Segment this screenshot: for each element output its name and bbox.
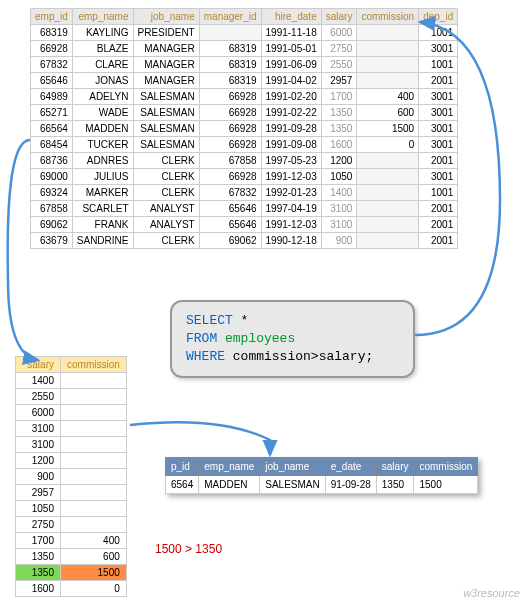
table-row: 1050 xyxy=(16,501,127,517)
sql-from: FROM xyxy=(186,331,225,346)
table-row: 68454TUCKERSALESMAN669281991-09-08160003… xyxy=(31,137,458,153)
table-row: 16000 xyxy=(16,581,127,597)
col-p_id: p_id xyxy=(166,458,199,476)
table-row: 64989ADELYNSALESMAN669281991-02-20170040… xyxy=(31,89,458,105)
col-commission: commission xyxy=(61,357,127,373)
table-row: 65646JONASMANAGER683191991-04-0229572001 xyxy=(31,73,458,89)
table-row: 2750 xyxy=(16,517,127,533)
salary-commission-table: salarycommission 14002550600031003100120… xyxy=(15,356,127,597)
table-row: 6000 xyxy=(16,405,127,421)
employees-table: emp_idemp_namejob_namemanager_idhire_dat… xyxy=(30,8,458,249)
table-row: 66564MADDENSALESMAN669281991-09-28135015… xyxy=(31,121,458,137)
table-row: 1400 xyxy=(16,373,127,389)
table-row: 68319KAYLINGPRESIDENT1991-11-1860001001 xyxy=(31,25,458,41)
sql-query-box: SELECT * FROM employees WHERE commission… xyxy=(170,300,415,378)
table-row: 67832CLAREMANAGER683191991-06-0925501001 xyxy=(31,57,458,73)
sql-select: SELECT xyxy=(186,313,241,328)
col-manager_id: manager_id xyxy=(199,9,261,25)
col-commission: commission xyxy=(357,9,419,25)
col-dep_id: dep_id xyxy=(419,9,458,25)
col-job_name: job_name xyxy=(133,9,199,25)
table-row: 69324MARKERCLERK678321992-01-2314001001 xyxy=(31,185,458,201)
table-row: 69062FRANKANALYST656461991-12-0331002001 xyxy=(31,217,458,233)
col-salary: salary xyxy=(376,458,414,476)
table-row: 1200 xyxy=(16,453,127,469)
col-emp_name: emp_name xyxy=(199,458,260,476)
col-e_date: e_date xyxy=(325,458,376,476)
comparison-label: 1500 > 1350 xyxy=(155,542,222,556)
table-row: 6564MADDENSALESMAN91-09-2813501500 xyxy=(166,476,478,494)
table-row: 63679SANDRINECLERK690621990-12-189002001 xyxy=(31,233,458,249)
table-row: 68736ADNRESCLERK678581997-05-2312002001 xyxy=(31,153,458,169)
watermark: w3resource xyxy=(463,587,520,599)
table-row: 3100 xyxy=(16,437,127,453)
result-table: p_idemp_namejob_namee_datesalarycommissi… xyxy=(165,457,478,494)
col-salary: salary xyxy=(16,357,61,373)
table-row: 13501500 xyxy=(16,565,127,581)
col-salary: salary xyxy=(321,9,357,25)
table-row: 1350600 xyxy=(16,549,127,565)
table-row: 3100 xyxy=(16,421,127,437)
col-emp_name: emp_name xyxy=(72,9,133,25)
table-row: 65271WADESALESMAN669281991-02-2213506003… xyxy=(31,105,458,121)
col-hire_date: hire_date xyxy=(261,9,321,25)
table-row: 900 xyxy=(16,469,127,485)
table-row: 1700400 xyxy=(16,533,127,549)
table-row: 2550 xyxy=(16,389,127,405)
col-job_name: job_name xyxy=(260,458,325,476)
table-row: 66928BLAZEMANAGER683191991-05-0127503001 xyxy=(31,41,458,57)
col-commission: commission xyxy=(414,458,478,476)
col-emp_id: emp_id xyxy=(31,9,73,25)
table-row: 67858SCARLETANALYST656461997-04-19310020… xyxy=(31,201,458,217)
sql-where: WHERE xyxy=(186,349,233,364)
table-row: 2957 xyxy=(16,485,127,501)
table-row: 69000JULIUSCLERK669281991-12-0310503001 xyxy=(31,169,458,185)
